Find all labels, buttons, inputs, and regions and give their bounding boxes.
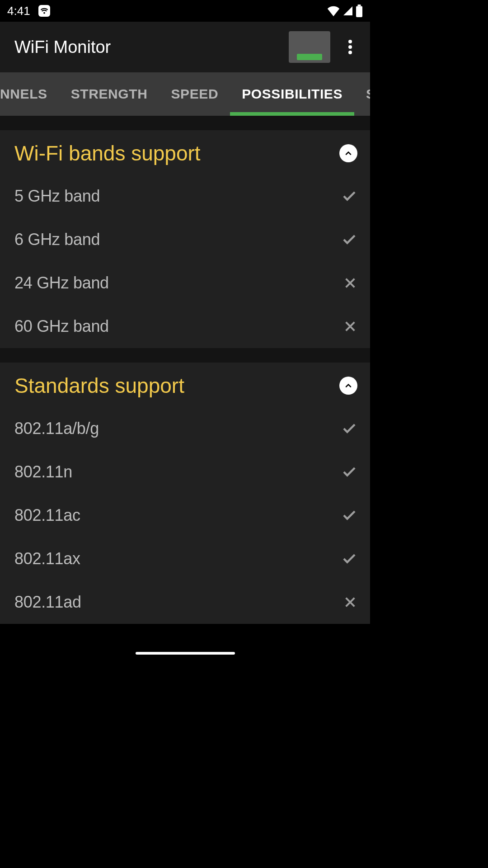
section-title: Wi-Fi bands support	[14, 141, 201, 165]
list-item: 5 GHz band	[0, 175, 370, 218]
row-label: 6 GHz band	[14, 230, 100, 249]
list-item: 24 GHz band	[0, 261, 370, 305]
section-header[interactable]: Wi-Fi bands support	[0, 130, 370, 175]
tab-label: NNELS	[0, 86, 47, 102]
signal-widget[interactable]	[289, 31, 330, 63]
chevron-up-icon	[344, 381, 353, 390]
tab-strength[interactable]: STRENGTH	[59, 72, 160, 116]
list-item: 60 GHz band	[0, 305, 370, 348]
content-area[interactable]: Wi-Fi bands support 5 GHz band 6 GHz ban…	[0, 116, 370, 624]
svg-point-4	[348, 45, 352, 49]
check-icon	[341, 188, 357, 204]
wifi-analyzer-icon	[38, 5, 50, 17]
check-icon	[341, 507, 357, 524]
tab-possibilities[interactable]: POSSIBILITIES	[230, 72, 354, 116]
more-button[interactable]	[339, 36, 361, 58]
tab-speed[interactable]: SPEED	[160, 72, 230, 116]
list-item: 802.11ad	[0, 580, 370, 624]
row-label: 24 GHz band	[14, 274, 109, 292]
status-right	[327, 5, 363, 17]
status-bar: 4:41	[0, 0, 370, 22]
section-standards: Standards support 802.11a/b/g 802.11n 80…	[0, 363, 370, 624]
list-item: 6 GHz band	[0, 218, 370, 261]
tab-label: STRENGTH	[71, 86, 148, 102]
row-label: 802.11ad	[14, 593, 81, 612]
svg-point-3	[348, 40, 352, 43]
svg-point-0	[44, 13, 45, 14]
wifi-icon	[327, 5, 340, 16]
section-title: Standards support	[14, 373, 184, 398]
battery-icon	[356, 5, 363, 17]
home-indicator[interactable]	[136, 652, 235, 655]
list-item: 802.11ac	[0, 494, 370, 537]
row-label: 60 GHz band	[14, 317, 109, 336]
collapse-button[interactable]	[339, 144, 357, 162]
svg-rect-2	[358, 5, 361, 6]
more-vert-icon	[348, 39, 352, 55]
tab-label: SCAN	[366, 86, 370, 102]
row-label: 802.11ax	[14, 549, 80, 568]
list-item: 802.11ax	[0, 537, 370, 580]
tab-bar[interactable]: NNELS STRENGTH SPEED POSSIBILITIES SCAN	[0, 72, 370, 116]
tab-scan[interactable]: SCAN	[354, 72, 370, 116]
row-label: 802.11ac	[14, 506, 80, 525]
close-icon	[343, 276, 357, 290]
collapse-button[interactable]	[339, 377, 357, 395]
check-icon	[341, 420, 357, 437]
svg-point-5	[348, 51, 352, 54]
app-title: WiFi Monitor	[14, 38, 283, 57]
check-icon	[341, 231, 357, 248]
list-item: 802.11n	[0, 450, 370, 494]
app-bar: WiFi Monitor	[0, 22, 370, 72]
nav-bar-area	[0, 637, 370, 658]
tab-label: POSSIBILITIES	[242, 86, 343, 102]
close-icon	[343, 595, 357, 609]
signal-bar-icon	[297, 54, 322, 60]
tab-label: SPEED	[171, 86, 219, 102]
svg-rect-1	[356, 6, 362, 18]
status-time: 4:41	[7, 4, 30, 18]
list-item: 802.11a/b/g	[0, 407, 370, 450]
row-label: 802.11a/b/g	[14, 419, 99, 438]
cell-signal-icon	[342, 5, 354, 16]
close-icon	[343, 319, 357, 334]
section-bands: Wi-Fi bands support 5 GHz band 6 GHz ban…	[0, 130, 370, 348]
row-label: 5 GHz band	[14, 187, 100, 206]
tab-channels[interactable]: NNELS	[0, 72, 59, 116]
section-header[interactable]: Standards support	[0, 363, 370, 407]
status-left: 4:41	[7, 4, 50, 18]
row-label: 802.11n	[14, 462, 72, 481]
check-icon	[341, 464, 357, 480]
check-icon	[341, 551, 357, 567]
chevron-up-icon	[344, 149, 353, 158]
